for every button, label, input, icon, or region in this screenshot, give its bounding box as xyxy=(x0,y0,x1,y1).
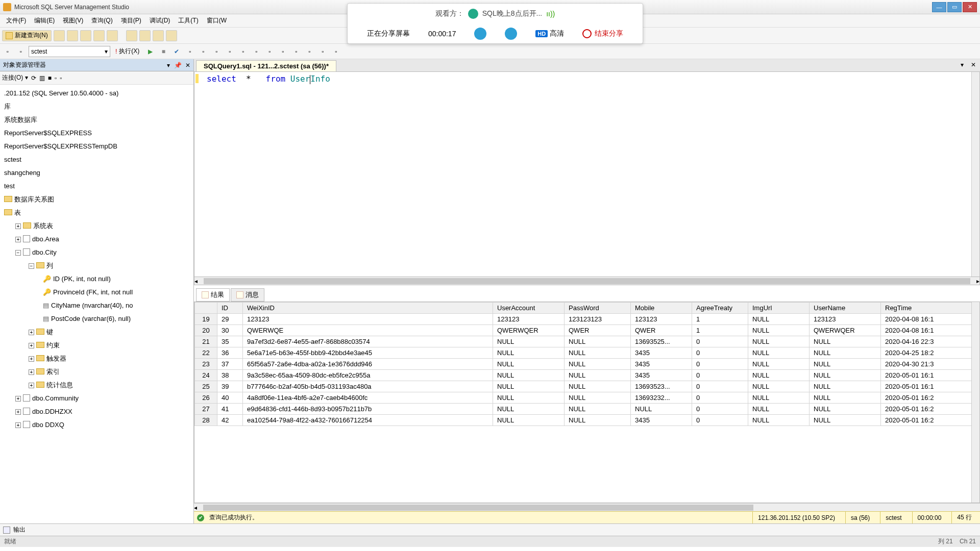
menu-view[interactable]: 视图(V) xyxy=(59,14,87,27)
cell[interactable]: 3435 xyxy=(631,370,692,381)
table-row[interactable]: 233765f56a57-2a6e-4dba-a02a-1e3676ddd946… xyxy=(195,359,979,370)
cell[interactable]: NULL xyxy=(748,359,810,370)
expand-icon[interactable]: + xyxy=(15,237,21,242)
cell[interactable]: NULL xyxy=(810,404,881,415)
cell[interactable]: 5e6a71e5-b63e-455f-bbb9-42bbd4e3ae45 xyxy=(243,347,493,359)
cell[interactable]: 19 xyxy=(195,314,217,325)
toolbar-button[interactable]: ▫ xyxy=(290,46,302,57)
cell[interactable]: 38 xyxy=(217,370,243,381)
cell[interactable]: 35 xyxy=(217,336,243,347)
menu-window[interactable]: 窗口(W xyxy=(203,14,231,27)
cell[interactable]: QWERWQER xyxy=(810,325,881,336)
cell[interactable]: 123123123 xyxy=(565,314,631,325)
tree-node[interactable]: +索引 xyxy=(1,365,192,379)
execute-button[interactable]: !执行(X) xyxy=(112,46,142,57)
cell[interactable]: 4a8df06e-11ea-4bf6-a2e7-caeb4b4600fc xyxy=(243,392,493,404)
tree-node[interactable]: sctest xyxy=(1,153,192,166)
toolbar-button[interactable]: ▫ xyxy=(15,46,27,57)
cell[interactable]: 0 xyxy=(692,336,748,347)
toolbar-button[interactable] xyxy=(93,30,105,41)
cell[interactable]: NULL xyxy=(493,381,565,392)
cell[interactable]: 40 xyxy=(217,392,243,404)
cell[interactable]: 3435 xyxy=(631,415,692,426)
cell[interactable]: QWERWQE xyxy=(243,325,493,336)
column-header[interactable]: Mobile xyxy=(631,303,692,314)
toolbar-button[interactable]: ▫ xyxy=(237,46,249,57)
menu-debug[interactable]: 调试(D) xyxy=(145,14,175,27)
toolbar-button[interactable]: ▫ xyxy=(224,46,235,57)
cell[interactable]: 2020-05-01 16:2 xyxy=(881,404,979,415)
cell[interactable]: 2020-05-01 16:2 xyxy=(881,392,979,404)
tree-node[interactable]: +约束 xyxy=(1,339,192,352)
editor-vscrollbar[interactable] xyxy=(971,72,979,277)
cell[interactable]: QWER xyxy=(565,325,631,336)
column-header[interactable]: ImgUrl xyxy=(748,303,810,314)
minimize-button[interactable]: — xyxy=(932,2,946,12)
cell[interactable]: 123123 xyxy=(493,314,565,325)
cell[interactable]: 2020-05-01 16:1 xyxy=(881,370,979,381)
refresh-icon[interactable]: ⟳ xyxy=(31,74,36,82)
cell[interactable]: NULL xyxy=(810,415,881,426)
toolbar-button[interactable]: ▫ xyxy=(55,74,57,82)
cell[interactable]: NULL xyxy=(493,415,565,426)
tree-node[interactable]: 数据库关系图 xyxy=(1,193,192,206)
cell[interactable]: NULL xyxy=(748,325,810,336)
cell[interactable]: 26 xyxy=(195,392,217,404)
cell[interactable]: b777646c-b2af-405b-b4d5-031193ac480a xyxy=(243,381,493,392)
cell[interactable]: 24 xyxy=(195,370,217,381)
cell[interactable]: NULL xyxy=(810,336,881,347)
column-node[interactable]: ▤PostCode (varchar(6), null) xyxy=(1,312,192,325)
editor-tab[interactable]: SQLQuery1.sql - 121...2.sctest (sa (56))… xyxy=(196,60,336,71)
cell[interactable]: 2020-05-01 16:2 xyxy=(881,415,979,426)
expand-icon[interactable]: + xyxy=(29,356,34,362)
table-row[interactable]: 26404a8df06e-11ea-4bf6-a2e7-caeb4b4600fc… xyxy=(195,392,979,404)
cell[interactable]: 21 xyxy=(195,336,217,347)
cell[interactable]: NULL xyxy=(493,392,565,404)
results-grid[interactable]: IDWeiXinIDUserAccountPassWordMobileAgree… xyxy=(194,302,979,426)
tree-node[interactable]: test xyxy=(1,180,192,193)
tree-node[interactable]: 库 xyxy=(1,100,192,113)
tree-node[interactable]: −dbo.City xyxy=(1,246,192,259)
menu-tools[interactable]: 工具(T) xyxy=(174,14,202,27)
cell[interactable]: NULL xyxy=(493,347,565,359)
tree-node[interactable]: +dbo.Community xyxy=(1,392,192,405)
object-tree[interactable]: .201.152 (SQL Server 10.50.4000 - sa) 库 … xyxy=(0,85,193,523)
cell[interactable]: e9d64836-cfd1-446b-8d93-b0957b211b7b xyxy=(243,404,493,415)
tree-node[interactable]: +dbo.Area xyxy=(1,233,192,246)
tree-node[interactable]: shangcheng xyxy=(1,166,192,180)
maximize-button[interactable]: ▭ xyxy=(947,2,962,12)
end-share-button[interactable]: 结束分享 xyxy=(582,29,623,38)
expand-icon[interactable]: + xyxy=(29,330,34,335)
column-header[interactable]: ID xyxy=(217,303,243,314)
cell[interactable]: 41 xyxy=(217,404,243,415)
tree-node[interactable]: −列 xyxy=(1,259,192,272)
cell[interactable]: NULL xyxy=(493,404,565,415)
cell[interactable]: NULL xyxy=(748,347,810,359)
pin-icon[interactable]: 📌 xyxy=(174,62,182,69)
cell[interactable]: NULL xyxy=(810,392,881,404)
cell[interactable]: NULL xyxy=(631,404,692,415)
output-label[interactable]: 输出 xyxy=(13,525,26,534)
cell[interactable]: NULL xyxy=(565,347,631,359)
menu-file[interactable]: 文件(F) xyxy=(2,14,30,27)
cell[interactable]: NULL xyxy=(748,415,810,426)
collapse-icon[interactable]: − xyxy=(15,250,21,256)
tree-node[interactable]: +键 xyxy=(1,325,192,339)
cell[interactable]: 29 xyxy=(217,314,243,325)
column-node[interactable]: 🔑ID (PK, int, not null) xyxy=(1,272,192,286)
toolbar-button[interactable]: ▫ xyxy=(184,46,195,57)
toolbar-button[interactable]: ▫ xyxy=(60,74,62,82)
print-button[interactable] xyxy=(153,30,164,41)
table-row[interactable]: 2539b777646c-b2af-405b-b4d5-031193ac480a… xyxy=(195,381,979,392)
cell[interactable]: 123123 xyxy=(810,314,881,325)
outdent-button[interactable]: ▫ xyxy=(317,46,328,57)
mic-button[interactable] xyxy=(474,28,486,40)
editor-hscrollbar[interactable]: ◂▸ xyxy=(194,277,980,285)
cell[interactable]: NULL xyxy=(748,336,810,347)
cell[interactable]: 13693232... xyxy=(631,392,692,404)
cell[interactable]: NULL xyxy=(493,336,565,347)
cell[interactable]: 3435 xyxy=(631,347,692,359)
toolbar-button[interactable]: ▫ xyxy=(264,46,275,57)
column-header[interactable]: PassWord xyxy=(565,303,631,314)
cell[interactable]: 20 xyxy=(195,325,217,336)
